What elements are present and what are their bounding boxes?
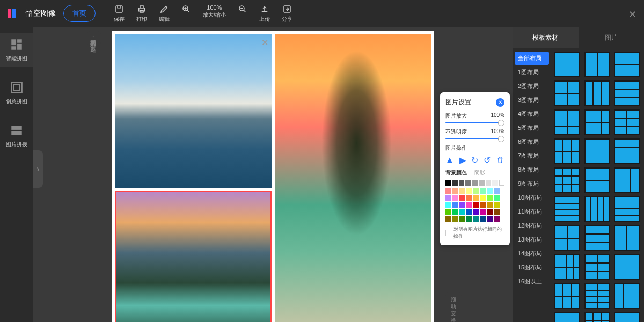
layout-filter-item[interactable]: 15图布局 [515, 261, 549, 274]
save-button[interactable]: 保存 [114, 4, 125, 23]
swatch[interactable] [452, 195, 458, 201]
template-item[interactable] [584, 167, 610, 193]
collage-cell-3[interactable] [275, 34, 431, 322]
swatch[interactable] [445, 188, 451, 194]
template-item[interactable] [554, 52, 580, 77]
collage-canvas[interactable]: ✕ [112, 31, 434, 322]
layout-filter-item[interactable]: 11图布局 [515, 205, 549, 218]
delete-icon[interactable] [496, 155, 504, 165]
swatch[interactable] [480, 188, 486, 194]
swatch[interactable] [487, 188, 493, 194]
template-item[interactable] [584, 283, 610, 309]
panel-close-icon[interactable]: ✕ [496, 98, 504, 107]
swatch[interactable] [492, 180, 497, 186]
template-item[interactable] [614, 80, 640, 106]
layout-filter-item[interactable]: 12图布局 [515, 219, 549, 232]
swatch[interactable] [466, 188, 472, 194]
template-item[interactable] [614, 167, 640, 193]
cell-remove-icon[interactable]: ✕ [261, 38, 268, 48]
swatch[interactable] [445, 180, 451, 186]
collage-cell-1[interactable]: ✕ [115, 34, 272, 188]
template-item[interactable] [614, 312, 640, 322]
template-item[interactable] [554, 80, 580, 106]
flip-v-icon[interactable]: ▲ [445, 155, 454, 165]
swatch[interactable] [452, 180, 457, 186]
swatch[interactable] [473, 202, 479, 208]
swatch[interactable] [459, 195, 465, 201]
layout-filter-item[interactable]: 2图布局 [515, 79, 549, 93]
tool-creative-collage[interactable]: 创意拼图 [0, 76, 33, 109]
template-item[interactable] [584, 254, 610, 280]
window-close-icon[interactable]: ✕ [628, 9, 636, 20]
swatch[interactable] [466, 209, 472, 215]
template-item[interactable] [614, 283, 640, 309]
swatch[interactable] [494, 209, 500, 215]
template-item[interactable] [554, 167, 580, 193]
template-item[interactable] [554, 254, 580, 280]
swatch[interactable] [445, 209, 451, 215]
rotate-cw-icon[interactable]: ↻ [471, 155, 478, 165]
layout-filter-item[interactable]: 13图布局 [515, 233, 549, 246]
swatch[interactable] [452, 188, 458, 194]
layout-filter-item[interactable]: 7图布局 [515, 149, 549, 163]
tab-images[interactable]: 图片 [579, 27, 645, 48]
flip-h-icon[interactable]: ▶ [459, 155, 466, 165]
layout-filter-item[interactable]: 5图布局 [515, 121, 549, 135]
swatch[interactable] [480, 216, 486, 222]
swatch[interactable] [499, 180, 505, 186]
template-item[interactable] [554, 138, 580, 164]
swatch[interactable] [445, 195, 451, 201]
share-button[interactable]: 分享 [282, 4, 292, 23]
template-item[interactable] [614, 196, 640, 222]
template-item[interactable] [584, 312, 610, 322]
swatch[interactable] [452, 216, 458, 222]
swatch[interactable] [479, 180, 484, 186]
edit-button[interactable]: 编辑 [159, 4, 170, 23]
swatch[interactable] [472, 180, 478, 186]
swatch[interactable] [452, 202, 458, 208]
swatch[interactable] [480, 202, 486, 208]
swatch[interactable] [473, 195, 479, 201]
tab-bgcolor[interactable]: 背景颜色 [445, 169, 467, 177]
layout-filter-item[interactable]: 16图以上 [515, 275, 549, 288]
layout-filter-item[interactable]: 1图布局 [515, 65, 549, 79]
swatch[interactable] [494, 188, 500, 194]
swatch[interactable] [494, 202, 500, 208]
swatch[interactable] [452, 209, 458, 215]
swatch[interactable] [466, 202, 472, 208]
swatch[interactable] [459, 209, 465, 215]
template-item[interactable] [554, 225, 580, 251]
opacity-slider[interactable] [445, 138, 504, 139]
rotate-ccw-icon[interactable]: ↺ [484, 155, 491, 165]
zoom-in-button[interactable] [181, 4, 191, 23]
swatch[interactable] [494, 216, 500, 222]
collage-cell-2[interactable] [115, 191, 272, 322]
swatch[interactable] [494, 195, 500, 201]
tool-image-stitch[interactable]: 图片拼接 [0, 119, 33, 152]
template-item[interactable] [614, 109, 640, 135]
layout-filter-item[interactable]: 14图布局 [515, 247, 549, 260]
swatch[interactable] [480, 209, 486, 215]
tool-smart-collage[interactable]: 智能拼图 [0, 33, 33, 67]
swatch[interactable] [459, 180, 464, 186]
template-item[interactable] [584, 109, 610, 135]
swatch[interactable] [465, 180, 471, 186]
scale-slider[interactable] [445, 122, 504, 123]
layout-filter-item[interactable]: 全部布局 [515, 52, 549, 65]
template-item[interactable] [614, 254, 640, 280]
tab-shadow[interactable]: 阴影 [474, 169, 485, 177]
swatch[interactable] [466, 195, 472, 201]
template-item[interactable] [614, 138, 640, 164]
swatch[interactable] [459, 216, 465, 222]
layout-filter-item[interactable]: 8图布局 [515, 163, 549, 177]
upload-button[interactable]: 上传 [259, 4, 270, 23]
print-button[interactable]: 打印 [136, 4, 147, 23]
swatch[interactable] [459, 202, 465, 208]
swatch[interactable] [466, 216, 472, 222]
swatch[interactable] [473, 209, 479, 215]
template-item[interactable] [614, 225, 640, 251]
swatch[interactable] [459, 188, 465, 194]
layout-filter-item[interactable]: 6图布局 [515, 135, 549, 149]
template-item[interactable] [584, 225, 610, 251]
template-item[interactable] [584, 196, 610, 222]
